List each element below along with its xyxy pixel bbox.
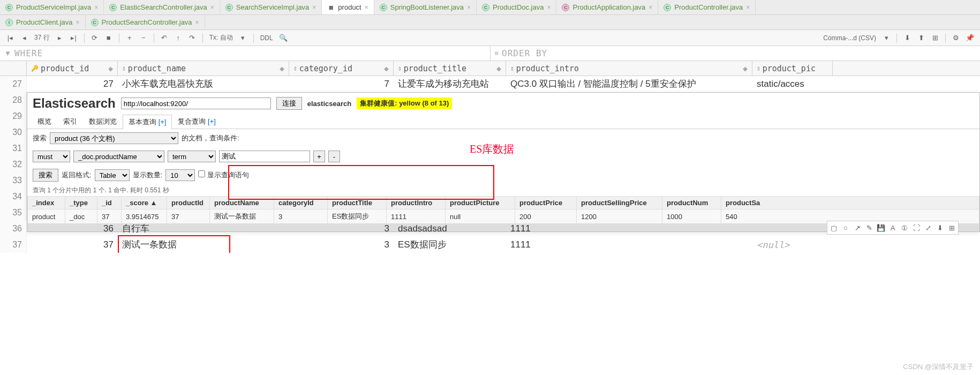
undo-icon[interactable]: ↶ [159, 32, 170, 44]
value-input[interactable] [219, 151, 310, 162]
ddl-button[interactable]: DDL [258, 34, 275, 42]
circle-icon[interactable]: ○ [840, 222, 851, 233]
close-icon[interactable]: × [746, 4, 750, 11]
col-category-id[interactable]: ▯category_id◆ [289, 61, 394, 76]
table-row[interactable]: 37 37 测试一条数据 3 ES数据同步 1111 <null> [0, 237, 980, 253]
tab-file[interactable]: CProductApplication.java× [556, 0, 658, 14]
close-icon[interactable]: × [547, 4, 551, 11]
layout-icon[interactable]: ⊞ [929, 32, 941, 44]
export-format[interactable]: Comma-...d (CSV) [821, 34, 878, 42]
es-title: Elasticsearch [33, 96, 116, 111]
es-result-table: _index _type _id _score ▲ productId prod… [27, 196, 979, 224]
chevron-down-icon[interactable]: ▾ [880, 32, 892, 44]
delete-row-icon[interactable]: − [138, 32, 149, 44]
tab-file[interactable]: CProductController.java× [658, 0, 756, 14]
cluster-health: 集群健康值: yellow (8 of 13) [357, 98, 452, 109]
column-icon: ▯ [122, 65, 126, 72]
col-product-id[interactable]: 🔑product_id◆ [27, 61, 118, 76]
col-product-title[interactable]: ▯product_title◆ [394, 61, 506, 76]
commit-icon[interactable]: ↑ [172, 32, 184, 44]
editor-tabs-row1: CProductServiceImpl.java× CElasticSearch… [0, 0, 980, 15]
bool-select[interactable]: must [33, 151, 70, 162]
es-tab-basic-query[interactable]: 基本查询 [+] [123, 115, 172, 129]
download-icon[interactable]: ⬇ [934, 222, 945, 233]
search-icon[interactable]: 🔍 [277, 32, 289, 44]
table-row[interactable]: 36 36 自行车 3 dsadsadsad 1111 ▢ ○ ↗ ✎ 💾 A … [0, 221, 980, 237]
number-icon[interactable]: ① [899, 222, 910, 233]
tab-product-db[interactable]: ▦product× [322, 0, 374, 14]
col-product-pic[interactable]: ▯product_pic [752, 61, 833, 76]
first-row-icon[interactable]: |◂ [4, 32, 16, 44]
stop-icon[interactable]: ■ [103, 32, 115, 44]
col-product-name[interactable]: ▯product_name◆ [118, 61, 289, 76]
result-info: 查询 1 个分片中用的 1 个. 1 命中. 耗时 0.551 秒 [27, 185, 979, 196]
upload-icon[interactable]: ⬆ [915, 32, 927, 44]
col-product-intro[interactable]: ▯product_intro◆ [506, 61, 752, 76]
es-tab-compound-query[interactable]: 复合查询 [+] [172, 114, 221, 129]
close-icon[interactable]: × [210, 4, 214, 11]
tab-file[interactable]: CElasticSearchController.java× [104, 0, 220, 14]
close-icon[interactable]: × [365, 4, 368, 11]
fullscreen-icon[interactable]: ⤢ [923, 222, 933, 233]
tab-file[interactable]: CProductServiceImpl.java× [0, 0, 104, 14]
es-data-label: ES库数据 [470, 142, 514, 156]
key-icon: 🔑 [31, 65, 39, 72]
last-row-icon[interactable]: ▸| [68, 32, 80, 44]
tab-file[interactable]: CProductDoc.java× [477, 0, 556, 14]
prev-row-icon[interactable]: ◂ [18, 32, 30, 44]
close-icon[interactable]: × [76, 19, 80, 26]
tab-file[interactable]: CSearchServiceImpl.java× [220, 0, 322, 14]
text-icon[interactable]: A [887, 222, 898, 233]
field-select[interactable]: _doc.productName [73, 151, 164, 162]
column-icon: ▯ [293, 65, 297, 72]
editor-tabs-row2: IProductClient.java× CProductSearchContr… [0, 15, 980, 30]
refresh-icon[interactable]: ⟳ [89, 32, 101, 44]
expand-icon[interactable]: ⛶ [911, 222, 922, 233]
row-indicator[interactable]: 37 行 [32, 33, 52, 42]
show-query-checkbox[interactable]: 显示查询语句 [198, 170, 249, 180]
tab-file[interactable]: IProductClient.java× [0, 15, 86, 29]
pin-icon[interactable]: 📌 [964, 32, 976, 44]
search-button[interactable]: 搜索 [33, 169, 58, 182]
rect-icon[interactable]: ▢ [828, 222, 839, 233]
tab-file[interactable]: CProductSearchController.java× [86, 15, 205, 29]
add-clause-button[interactable]: + [313, 151, 325, 162]
es-tab-overview[interactable]: 概览 [32, 114, 57, 129]
format-select[interactable]: Table [95, 169, 130, 181]
es-tab-indices[interactable]: 索引 [57, 114, 83, 129]
close-icon[interactable]: × [94, 4, 98, 11]
next-row-icon[interactable]: ▸ [54, 32, 66, 44]
close-icon[interactable]: × [312, 4, 316, 11]
es-head-panel: Elasticsearch 连接 elasticsearch 集群健康值: ye… [27, 92, 980, 232]
save-icon[interactable]: 💾 [876, 222, 886, 233]
tx-mode[interactable]: Tx: 自动 [207, 33, 235, 42]
cluster-name: elasticsearch [307, 100, 351, 108]
remove-clause-button[interactable]: - [328, 151, 340, 162]
pencil-icon[interactable]: ✎ [864, 222, 875, 233]
es-url-input[interactable] [121, 98, 271, 109]
es-tab-browse[interactable]: 数据浏览 [83, 114, 123, 129]
arrow-icon[interactable]: ↗ [852, 222, 863, 233]
annotation-toolbar: ▢ ○ ↗ ✎ 💾 A ① ⛶ ⤢ ⬇ ⊞ [827, 221, 959, 235]
connect-button[interactable]: 连接 [276, 97, 302, 110]
row-gutter: 27 [0, 76, 27, 92]
sort-icon: ≡ [495, 49, 499, 57]
size-select[interactable]: 10 [165, 169, 195, 181]
filter-icon: ▼ [4, 49, 11, 57]
grid-icon[interactable]: ⊞ [946, 222, 957, 233]
where-filter[interactable]: ▼ WHERE [0, 46, 491, 61]
chevron-down-icon[interactable]: ▾ [237, 32, 249, 44]
gear-icon[interactable]: ⚙ [950, 32, 962, 44]
add-row-icon[interactable]: + [124, 32, 135, 44]
orderby-filter[interactable]: ≡ ORDER BY [491, 46, 981, 61]
op-select[interactable]: term [168, 151, 216, 162]
db-toolbar: |◂ ◂ 37 行 ▸ ▸| ⟳ ■ + − ↶ ↑ ↷ Tx: 自动 ▾ DD… [0, 30, 980, 46]
redo-icon[interactable]: ↷ [186, 32, 198, 44]
download-icon[interactable]: ⬇ [901, 32, 913, 44]
tab-file[interactable]: CSpringBootListener.java× [374, 0, 477, 14]
close-icon[interactable]: × [195, 19, 199, 26]
index-select[interactable]: product (36 个文档) [50, 132, 178, 144]
close-icon[interactable]: × [649, 4, 652, 11]
table-row[interactable]: 27 27 小米车载充电器快充版 7 让爱车成为移动充电站 QC3.0 双口输出… [0, 76, 980, 92]
close-icon[interactable]: × [467, 4, 471, 11]
